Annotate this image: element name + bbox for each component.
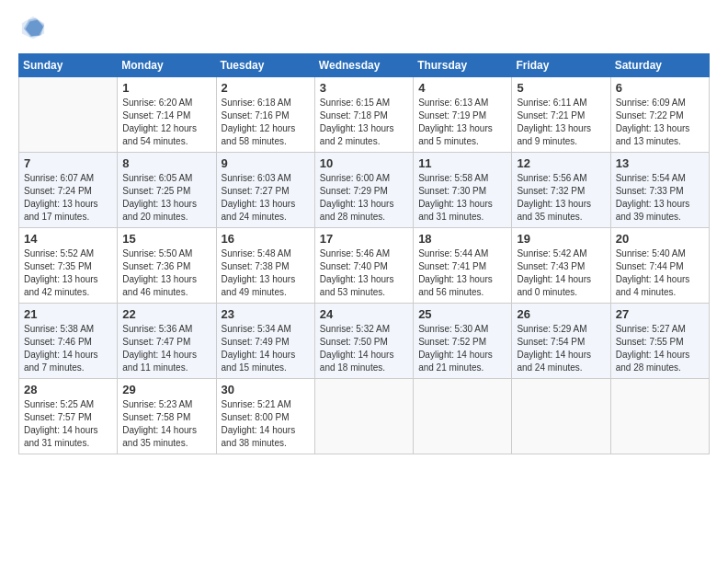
- calendar-day-cell: 28Sunrise: 5:25 AM Sunset: 7:57 PM Dayli…: [19, 379, 118, 454]
- calendar-day-cell: 19Sunrise: 5:42 AM Sunset: 7:43 PM Dayli…: [512, 228, 610, 304]
- day-info: Sunrise: 6:05 AM Sunset: 7:25 PM Dayligh…: [122, 172, 210, 224]
- day-number: 19: [517, 232, 605, 246]
- calendar-day-cell: [414, 379, 512, 454]
- calendar-header-cell: Sunday: [19, 54, 118, 77]
- calendar-day-cell: 5Sunrise: 6:11 AM Sunset: 7:21 PM Daylig…: [512, 77, 610, 153]
- day-info: Sunrise: 6:20 AM Sunset: 7:14 PM Dayligh…: [122, 97, 210, 148]
- calendar-day-cell: 8Sunrise: 6:05 AM Sunset: 7:25 PM Daylig…: [118, 153, 216, 228]
- calendar-day-cell: 16Sunrise: 5:48 AM Sunset: 7:38 PM Dayli…: [216, 228, 314, 304]
- day-info: Sunrise: 5:46 AM Sunset: 7:40 PM Dayligh…: [320, 247, 408, 299]
- day-info: Sunrise: 5:34 AM Sunset: 7:49 PM Dayligh…: [222, 323, 310, 374]
- day-info: Sunrise: 5:21 AM Sunset: 8:00 PM Dayligh…: [222, 398, 310, 450]
- calendar-day-cell: 12Sunrise: 5:56 AM Sunset: 7:32 PM Dayli…: [512, 153, 610, 228]
- header: [18, 15, 710, 44]
- day-number: 2: [222, 81, 310, 95]
- calendar-day-cell: 1Sunrise: 6:20 AM Sunset: 7:14 PM Daylig…: [118, 77, 216, 153]
- calendar-header-cell: Monday: [118, 54, 216, 77]
- calendar-day-cell: [19, 77, 118, 153]
- day-info: Sunrise: 5:58 AM Sunset: 7:30 PM Dayligh…: [418, 172, 506, 224]
- day-number: 28: [24, 383, 112, 396]
- calendar-day-cell: 20Sunrise: 5:40 AM Sunset: 7:44 PM Dayli…: [610, 228, 709, 304]
- day-info: Sunrise: 5:25 AM Sunset: 7:57 PM Dayligh…: [24, 398, 112, 450]
- logo-icon: [20, 15, 46, 40]
- day-number: 27: [616, 307, 704, 321]
- day-number: 24: [320, 307, 408, 321]
- calendar-header-cell: Thursday: [414, 54, 512, 77]
- day-number: 18: [418, 232, 506, 246]
- calendar-day-cell: 22Sunrise: 5:36 AM Sunset: 7:47 PM Dayli…: [118, 304, 216, 379]
- day-number: 26: [517, 307, 605, 321]
- day-info: Sunrise: 5:32 AM Sunset: 7:50 PM Dayligh…: [320, 323, 408, 374]
- calendar-day-cell: 30Sunrise: 5:21 AM Sunset: 8:00 PM Dayli…: [216, 379, 314, 454]
- day-number: 17: [320, 232, 408, 246]
- day-info: Sunrise: 5:42 AM Sunset: 7:43 PM Dayligh…: [517, 247, 605, 299]
- day-info: Sunrise: 5:36 AM Sunset: 7:47 PM Dayligh…: [122, 323, 210, 374]
- day-info: Sunrise: 5:44 AM Sunset: 7:41 PM Dayligh…: [418, 247, 506, 299]
- calendar-day-cell: 25Sunrise: 5:30 AM Sunset: 7:52 PM Dayli…: [414, 304, 512, 379]
- day-info: Sunrise: 5:29 AM Sunset: 7:54 PM Dayligh…: [517, 323, 605, 374]
- calendar-day-cell: 6Sunrise: 6:09 AM Sunset: 7:22 PM Daylig…: [610, 77, 709, 153]
- day-number: 30: [222, 383, 310, 396]
- day-number: 4: [418, 81, 506, 95]
- calendar-day-cell: 21Sunrise: 5:38 AM Sunset: 7:46 PM Dayli…: [19, 304, 118, 379]
- day-number: 25: [418, 307, 506, 321]
- calendar-day-cell: 11Sunrise: 5:58 AM Sunset: 7:30 PM Dayli…: [414, 153, 512, 228]
- calendar-header-row: SundayMondayTuesdayWednesdayThursdayFrid…: [19, 54, 710, 77]
- calendar-day-cell: [512, 379, 610, 454]
- day-number: 15: [122, 232, 210, 246]
- calendar-day-cell: [314, 379, 413, 454]
- calendar-week-row: 21Sunrise: 5:38 AM Sunset: 7:46 PM Dayli…: [19, 304, 710, 379]
- calendar-day-cell: 9Sunrise: 6:03 AM Sunset: 7:27 PM Daylig…: [216, 153, 314, 228]
- day-number: 12: [517, 156, 605, 170]
- day-info: Sunrise: 6:13 AM Sunset: 7:19 PM Dayligh…: [418, 97, 506, 148]
- calendar-day-cell: 26Sunrise: 5:29 AM Sunset: 7:54 PM Dayli…: [512, 304, 610, 379]
- calendar-day-cell: 15Sunrise: 5:50 AM Sunset: 7:36 PM Dayli…: [118, 228, 216, 304]
- day-number: 13: [616, 156, 704, 170]
- day-number: 22: [122, 307, 210, 321]
- day-info: Sunrise: 6:15 AM Sunset: 7:18 PM Dayligh…: [320, 97, 408, 148]
- calendar-week-row: 1Sunrise: 6:20 AM Sunset: 7:14 PM Daylig…: [19, 77, 710, 153]
- calendar-day-cell: 27Sunrise: 5:27 AM Sunset: 7:55 PM Dayli…: [610, 304, 709, 379]
- calendar-body: 1Sunrise: 6:20 AM Sunset: 7:14 PM Daylig…: [19, 77, 710, 454]
- day-info: Sunrise: 5:54 AM Sunset: 7:33 PM Dayligh…: [616, 172, 704, 224]
- calendar-day-cell: 7Sunrise: 6:07 AM Sunset: 7:24 PM Daylig…: [19, 153, 118, 228]
- day-info: Sunrise: 5:52 AM Sunset: 7:35 PM Dayligh…: [24, 247, 112, 299]
- calendar-day-cell: 17Sunrise: 5:46 AM Sunset: 7:40 PM Dayli…: [314, 228, 413, 304]
- day-number: 10: [320, 156, 408, 170]
- day-info: Sunrise: 5:56 AM Sunset: 7:32 PM Dayligh…: [517, 172, 605, 224]
- day-number: 14: [24, 232, 112, 246]
- calendar-header-cell: Tuesday: [216, 54, 314, 77]
- day-info: Sunrise: 6:18 AM Sunset: 7:16 PM Dayligh…: [222, 97, 310, 148]
- calendar-day-cell: [610, 379, 709, 454]
- day-info: Sunrise: 6:07 AM Sunset: 7:24 PM Dayligh…: [24, 172, 112, 224]
- day-info: Sunrise: 5:48 AM Sunset: 7:38 PM Dayligh…: [222, 247, 310, 299]
- calendar-day-cell: 3Sunrise: 6:15 AM Sunset: 7:18 PM Daylig…: [314, 77, 413, 153]
- page-container: SundayMondayTuesdayWednesdayThursdayFrid…: [0, 0, 728, 464]
- day-number: 7: [24, 156, 112, 170]
- calendar-day-cell: 4Sunrise: 6:13 AM Sunset: 7:19 PM Daylig…: [414, 77, 512, 153]
- calendar-day-cell: 18Sunrise: 5:44 AM Sunset: 7:41 PM Dayli…: [414, 228, 512, 304]
- day-info: Sunrise: 5:38 AM Sunset: 7:46 PM Dayligh…: [24, 323, 112, 374]
- calendar-week-row: 14Sunrise: 5:52 AM Sunset: 7:35 PM Dayli…: [19, 228, 710, 304]
- day-number: 23: [222, 307, 310, 321]
- day-number: 9: [222, 156, 310, 170]
- day-number: 1: [122, 81, 210, 95]
- calendar-day-cell: 24Sunrise: 5:32 AM Sunset: 7:50 PM Dayli…: [314, 304, 413, 379]
- day-info: Sunrise: 5:23 AM Sunset: 7:58 PM Dayligh…: [122, 398, 210, 450]
- calendar-day-cell: 13Sunrise: 5:54 AM Sunset: 7:33 PM Dayli…: [610, 153, 709, 228]
- calendar-day-cell: 10Sunrise: 6:00 AM Sunset: 7:29 PM Dayli…: [314, 153, 413, 228]
- calendar-day-cell: 2Sunrise: 6:18 AM Sunset: 7:16 PM Daylig…: [216, 77, 314, 153]
- day-number: 11: [418, 156, 506, 170]
- calendar-day-cell: 23Sunrise: 5:34 AM Sunset: 7:49 PM Dayli…: [216, 304, 314, 379]
- calendar-week-row: 7Sunrise: 6:07 AM Sunset: 7:24 PM Daylig…: [19, 153, 710, 228]
- day-number: 3: [320, 81, 408, 95]
- day-number: 6: [616, 81, 704, 95]
- day-info: Sunrise: 5:50 AM Sunset: 7:36 PM Dayligh…: [122, 247, 210, 299]
- day-number: 16: [222, 232, 310, 246]
- day-number: 8: [122, 156, 210, 170]
- day-number: 5: [517, 81, 605, 95]
- day-info: Sunrise: 6:11 AM Sunset: 7:21 PM Dayligh…: [517, 97, 605, 148]
- calendar-table: SundayMondayTuesdayWednesdayThursdayFrid…: [18, 53, 710, 454]
- calendar-header-cell: Wednesday: [314, 54, 413, 77]
- day-info: Sunrise: 6:00 AM Sunset: 7:29 PM Dayligh…: [320, 172, 408, 224]
